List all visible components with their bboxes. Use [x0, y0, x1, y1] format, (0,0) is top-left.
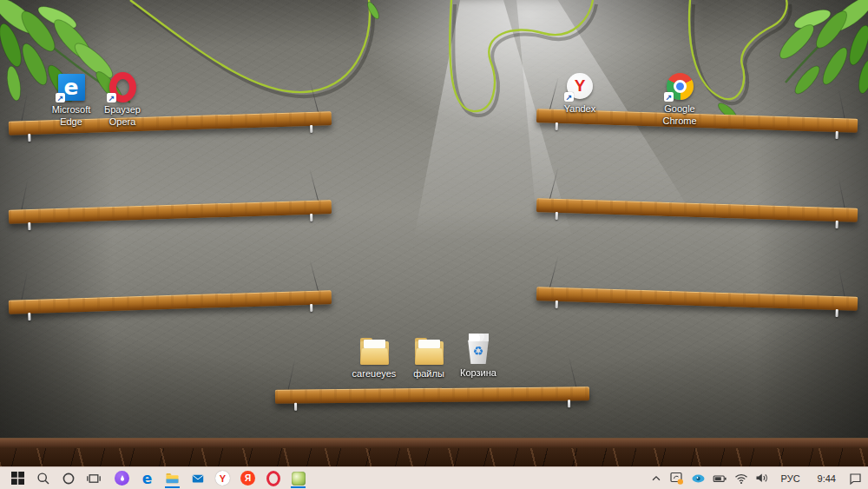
- tray-screen-app[interactable]: [666, 467, 687, 489]
- taskbar-yandex-browser[interactable]: Y: [210, 467, 235, 489]
- taskbar-yandex-alice[interactable]: [109, 467, 135, 489]
- hidden-icons-button[interactable]: [647, 467, 666, 489]
- chevron-up-icon: [650, 472, 662, 485]
- opera-icon: [266, 471, 280, 486]
- icon-label: Yandex: [547, 103, 613, 116]
- taskbar: e Y Я: [0, 466, 868, 489]
- icon-label: Корзина: [445, 367, 511, 380]
- taskbar-edge[interactable]: e: [135, 467, 160, 489]
- system-tray: РУС 9:44: [647, 467, 866, 489]
- windows-logo-icon: [11, 472, 24, 485]
- tray-careueyes-eye[interactable]: [687, 467, 709, 489]
- search-icon: [36, 472, 50, 486]
- wall-shelf-center: [275, 387, 589, 407]
- tray-wifi[interactable]: [731, 467, 752, 489]
- yandex-browser-icon: Y: [215, 471, 230, 486]
- start-button[interactable]: [5, 467, 30, 489]
- wifi-icon: [734, 472, 748, 485]
- icon-label: GoogleChrome: [647, 103, 713, 128]
- desktop: e ↗ MicrosoftEdge ↗ БраузерOpera Y ↗ Yan…: [0, 0, 868, 489]
- cortana-circle-icon: [62, 472, 76, 486]
- file-explorer-icon: [165, 472, 180, 486]
- screen-badge-icon: [669, 471, 684, 486]
- taskbar-careueyes-app[interactable]: [286, 467, 311, 489]
- action-center-icon: [848, 472, 863, 486]
- folder-icon: [415, 341, 444, 365]
- desktop-icon-google-chrome[interactable]: ↗ GoogleChrome: [647, 71, 713, 128]
- mail-icon: [191, 472, 205, 486]
- edge-icon: e: [142, 470, 153, 487]
- icon-label: БраузерOpera: [89, 104, 155, 129]
- shortcut-arrow-icon: ↗: [564, 92, 574, 102]
- alice-icon: [115, 471, 129, 486]
- tray-volume[interactable]: [752, 467, 773, 489]
- task-view-button[interactable]: [81, 467, 106, 489]
- time-label: 9:44: [812, 473, 841, 484]
- taskbar-opera[interactable]: [260, 467, 286, 489]
- task-view-icon: [87, 472, 101, 486]
- speaker-icon: [755, 472, 769, 485]
- desktop-icon-recycle-bin[interactable]: ♻ Корзина: [445, 335, 511, 380]
- desktop-icon-opera[interactable]: ↗ БраузерOpera: [89, 72, 155, 129]
- folder-icon: [360, 341, 389, 365]
- language-indicator[interactable]: РУС: [773, 467, 809, 489]
- action-center-button[interactable]: [845, 467, 866, 489]
- eye-icon: [691, 472, 706, 485]
- taskbar-left-icons: e Y Я: [5, 467, 311, 489]
- shortcut-arrow-icon: ↗: [56, 93, 65, 102]
- tray-battery[interactable]: [709, 467, 731, 489]
- clock[interactable]: 9:44: [809, 467, 845, 489]
- wood-floor: [0, 448, 868, 467]
- search-button[interactable]: [30, 467, 56, 489]
- yandex-app-icon: Я: [240, 471, 255, 486]
- recycle-bin-icon: ♻: [467, 336, 490, 364]
- taskbar-yandex-app[interactable]: Я: [235, 467, 260, 489]
- careueyes-app-icon: [292, 472, 306, 486]
- taskbar-mail[interactable]: [185, 467, 210, 489]
- shortcut-arrow-icon: ↗: [664, 92, 674, 102]
- battery-icon: [713, 472, 727, 486]
- cortana-button[interactable]: [56, 467, 81, 489]
- language-label: РУС: [776, 473, 806, 484]
- shortcut-arrow-icon: ↗: [107, 93, 116, 102]
- desktop-icon-yandex[interactable]: Y ↗ Yandex: [547, 71, 613, 116]
- taskbar-file-explorer[interactable]: [160, 467, 185, 489]
